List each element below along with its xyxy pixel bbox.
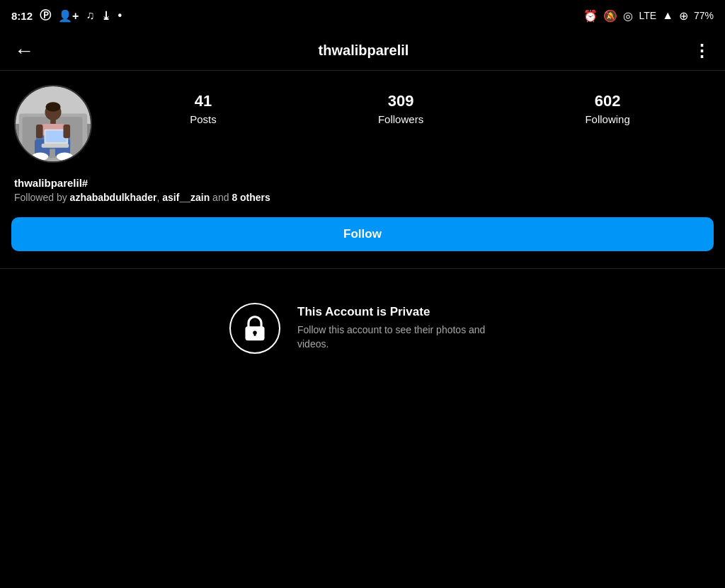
status-time: 8:12 <box>11 10 33 22</box>
back-button[interactable]: ← <box>14 40 34 62</box>
battery-percent: 77% <box>694 10 714 21</box>
battery-add-icon: ⊕ <box>679 9 688 23</box>
hotspot-icon: ◎ <box>623 9 633 23</box>
posts-stat[interactable]: 41 Posts <box>190 92 217 125</box>
dot-icon: • <box>118 9 122 22</box>
private-section: This Account is Private Follow this acco… <box>0 275 725 382</box>
svg-point-5 <box>45 102 60 111</box>
posts-label: Posts <box>190 113 217 125</box>
bio-section: thwalibparelil# Followed by azhababdulkh… <box>0 174 725 212</box>
following-stat[interactable]: 602 Following <box>585 92 629 125</box>
profile-section: 41 Posts 309 Followers 602 Following <box>0 71 725 174</box>
private-text: This Account is Private Follow this acco… <box>297 305 496 351</box>
status-bar: 8:12 Ⓟ 👤+ ♫ ⤓ • ⏰ 🔕 ◎ LTE ▲ ⊕ 77% <box>0 0 725 31</box>
bell-off-icon: 🔕 <box>603 9 617 23</box>
svg-rect-13 <box>42 144 69 148</box>
profile-nav-title: thwalibparelil <box>319 42 409 59</box>
following-count: 602 <box>595 92 621 110</box>
facebook-icon: Ⓟ <box>40 8 51 23</box>
lock-icon <box>243 315 267 342</box>
followed-by-suffix: and <box>210 192 232 203</box>
followers-label: Followers <box>378 113 423 125</box>
followers-stat[interactable]: 309 Followers <box>378 92 423 125</box>
divider <box>0 268 725 269</box>
private-account-title: This Account is Private <box>297 305 496 319</box>
private-account-subtitle: Follow this account to see their photos … <box>297 323 496 351</box>
status-left: 8:12 Ⓟ 👤+ ♫ ⤓ • <box>11 8 122 23</box>
svg-rect-16 <box>36 125 43 138</box>
avatar <box>14 85 92 163</box>
private-content: This Account is Private Follow this acco… <box>229 303 496 354</box>
follow-button[interactable]: Follow <box>11 217 714 251</box>
lock-icon-container <box>229 303 280 354</box>
svg-rect-17 <box>63 125 70 138</box>
posts-count: 41 <box>195 92 212 110</box>
followed-by-prefix: Followed by <box>14 192 70 203</box>
followed-by-others: 8 others <box>232 192 270 203</box>
followers-count: 309 <box>388 92 414 110</box>
avatar-image <box>16 85 91 163</box>
stats-container: 41 Posts 309 Followers 602 Following <box>109 85 711 125</box>
followed-by-user2: asif__zain <box>162 192 210 203</box>
svg-rect-20 <box>254 333 256 336</box>
follow-section: Follow <box>0 212 725 263</box>
following-label: Following <box>585 113 629 125</box>
tiktok-icon: ♫ <box>86 9 94 22</box>
svg-point-14 <box>32 152 48 161</box>
avatar-container <box>14 85 92 163</box>
svg-point-15 <box>57 152 73 161</box>
download-icon: ⤓ <box>101 9 110 23</box>
svg-rect-6 <box>50 119 56 125</box>
more-options-button[interactable]: ⋮ <box>693 41 711 61</box>
alarm-icon: ⏰ <box>583 9 598 23</box>
followed-by-user1: azhababdulkhader <box>70 192 157 203</box>
person-add-icon: 👤+ <box>58 9 79 23</box>
followed-by: Followed by azhababdulkhader, asif__zain… <box>14 192 711 203</box>
lte-label: LTE <box>639 10 656 21</box>
status-right: ⏰ 🔕 ◎ LTE ▲ ⊕ 77% <box>583 9 714 23</box>
nav-bar: ← thwalibparelil ⋮ <box>0 31 725 71</box>
signal-icon: ▲ <box>662 9 673 22</box>
username-bio: thwalibparelil# <box>14 177 711 189</box>
